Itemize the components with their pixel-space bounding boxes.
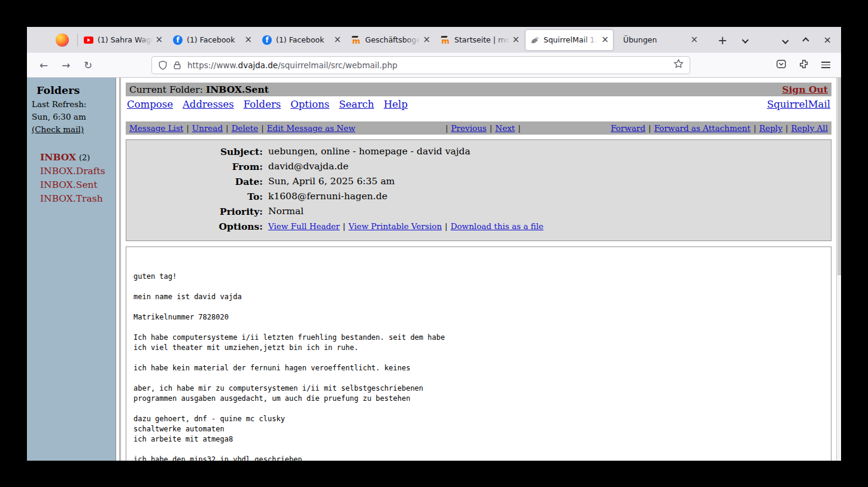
message-nav-center: |Previous|Next|: [442, 123, 524, 133]
navigation-toolbar: ← → ↻ https://www.dvajda.de/squirrelmail…: [27, 53, 841, 78]
tab-youtube[interactable]: (1) Sahra Wage ×: [80, 30, 167, 50]
menu-folders[interactable]: Folders: [244, 99, 281, 110]
next-link[interactable]: Next: [495, 123, 515, 133]
extensions-puzzle-icon[interactable]: [799, 59, 809, 72]
separator: |: [186, 123, 189, 133]
folder-list: INBOX (2) INBOX.Drafts INBOX.Sent INBOX.…: [40, 150, 116, 206]
squirrelmail-brand-link[interactable]: SquirrelMail: [767, 99, 830, 110]
tab-close-icon[interactable]: ×: [512, 35, 520, 44]
folders-title: Folders: [37, 84, 116, 96]
subject-value: uebungen, online - homepage - david vajd…: [268, 144, 471, 159]
reply-all-link[interactable]: Reply All: [791, 123, 828, 133]
priority-value: Normal: [268, 204, 304, 219]
separator: |: [648, 123, 651, 133]
separator: |: [754, 123, 757, 133]
tab-close-icon[interactable]: ×: [244, 35, 252, 44]
window-close-icon[interactable]: ×: [824, 35, 831, 45]
maximize-icon[interactable]: [803, 34, 808, 45]
tab-close-icon[interactable]: ×: [333, 35, 341, 44]
forward-icon[interactable]: →: [57, 59, 74, 71]
edit-as-new-link[interactable]: Edit Message as New: [267, 123, 356, 133]
reload-icon[interactable]: ↻: [80, 59, 96, 71]
folders-sidebar: Folders Last Refresh: Sun, 6:30 am (Chec…: [27, 78, 116, 461]
tab-facebook-2[interactable]: f (1) Facebook ×: [258, 30, 345, 50]
separator: |: [226, 123, 229, 133]
toolbar-right-icons: [776, 59, 830, 72]
tab-squirrelmail-active[interactable]: SquirrelMail 1.4 ×: [526, 30, 613, 50]
bookmark-star-icon[interactable]: [673, 59, 684, 71]
tab-close-icon[interactable]: ×: [601, 35, 609, 44]
drafts-link[interactable]: INBOX.Drafts: [40, 166, 105, 176]
delete-link[interactable]: Delete: [232, 123, 259, 133]
scrollbar-thumb[interactable]: [837, 78, 841, 275]
url-bar[interactable]: https://www.dvajda.de/squirrelmail/src/w…: [151, 56, 690, 74]
from-label: From:: [126, 159, 263, 174]
last-refresh-label: Last Refresh:: [32, 99, 116, 109]
forward-link[interactable]: Forward: [611, 123, 645, 133]
tab-title: Übungen: [623, 35, 688, 44]
menu-help[interactable]: Help: [384, 99, 408, 110]
subject-label: Subject:: [126, 144, 263, 159]
inbox-link[interactable]: INBOX: [40, 151, 76, 163]
view-printable-link[interactable]: View Printable Version: [348, 221, 442, 231]
trash-link[interactable]: INBOX.Trash: [40, 193, 103, 204]
folder-item-inbox[interactable]: INBOX (2): [40, 150, 116, 165]
separator: |: [785, 123, 788, 133]
options-label: Options:: [126, 219, 263, 234]
menu-addresses[interactable]: Addresses: [183, 99, 234, 110]
tab-close-icon[interactable]: ×: [423, 35, 430, 44]
priority-label: Priority:: [126, 204, 263, 219]
message-header-panel: Subject:uebungen, online - homepage - da…: [126, 139, 831, 241]
menu-search[interactable]: Search: [339, 99, 374, 110]
list-all-tabs-icon[interactable]: [743, 38, 748, 42]
tab-title: (1) Facebook: [276, 35, 331, 44]
download-file-link[interactable]: Download this as a file: [451, 221, 544, 231]
date-label: Date:: [126, 174, 263, 189]
lock-icon: [172, 60, 182, 70]
sign-out-link[interactable]: Sign Out: [782, 84, 828, 95]
frame-divider: [116, 78, 121, 461]
moodle-icon: m: [351, 35, 361, 45]
facebook-icon: f: [173, 35, 183, 45]
moodle-icon: m: [441, 35, 450, 45]
folder-item-trash[interactable]: INBOX.Trash: [40, 192, 116, 206]
tab-facebook-1[interactable]: f (1) Facebook ×: [169, 30, 256, 50]
message-nav-bar: Message List|Unread|Delete|Edit Message …: [126, 121, 831, 135]
current-folder-bar: Current Folder: INBOX.Sent Sign Out: [126, 83, 831, 96]
tab-close-icon[interactable]: ×: [155, 35, 163, 44]
minimize-icon[interactable]: [783, 34, 788, 45]
to-value: k1608@fernuni-hagen.de: [268, 189, 387, 204]
forward-attachment-link[interactable]: Forward as Attachment: [654, 123, 751, 133]
unread-link[interactable]: Unread: [192, 123, 223, 133]
youtube-icon: [84, 36, 93, 44]
separator: |: [518, 123, 521, 133]
previous-link[interactable]: Previous: [451, 123, 487, 133]
current-folder-label: Current Folder:: [129, 84, 203, 95]
tab-moodle-startseite[interactable]: m Startseite | mo ×: [436, 30, 524, 50]
tab-close-icon[interactable]: ×: [690, 35, 698, 44]
tab-title-fade: [137, 30, 153, 50]
tab-title-fade: [583, 30, 599, 50]
check-mail-link[interactable]: (Check mail): [32, 124, 84, 134]
inbox-unread-count: (2): [79, 153, 90, 162]
folder-item-drafts[interactable]: INBOX.Drafts: [40, 165, 116, 178]
separator: |: [343, 221, 346, 231]
menu-options[interactable]: Options: [290, 99, 329, 110]
message-list-link[interactable]: Message List: [129, 123, 183, 133]
menu-compose[interactable]: Compose: [127, 99, 173, 110]
sent-link[interactable]: INBOX.Sent: [40, 179, 98, 190]
view-full-header-link[interactable]: View Full Header: [268, 221, 340, 231]
reply-link[interactable]: Reply: [759, 123, 782, 133]
pocket-icon[interactable]: [776, 59, 787, 72]
menu-hamburger-icon[interactable]: [821, 60, 830, 70]
new-tab-button[interactable]: +: [718, 34, 727, 47]
folder-item-sent[interactable]: INBOX.Sent: [40, 178, 116, 192]
tab-bar: (1) Sahra Wage × f (1) Facebook × f (1) …: [27, 27, 841, 53]
vertical-scrollbar[interactable]: [836, 78, 841, 461]
from-value: david@dvajda.de: [268, 159, 348, 174]
tab-title: (1) Facebook: [187, 35, 242, 44]
back-icon[interactable]: ←: [35, 59, 52, 71]
tab-moodle-geschaeftsbogen[interactable]: m Geschäftsboge ×: [347, 30, 435, 50]
tab-uebungen[interactable]: Übungen ×: [615, 30, 702, 50]
tab-title-fade: [405, 30, 420, 50]
